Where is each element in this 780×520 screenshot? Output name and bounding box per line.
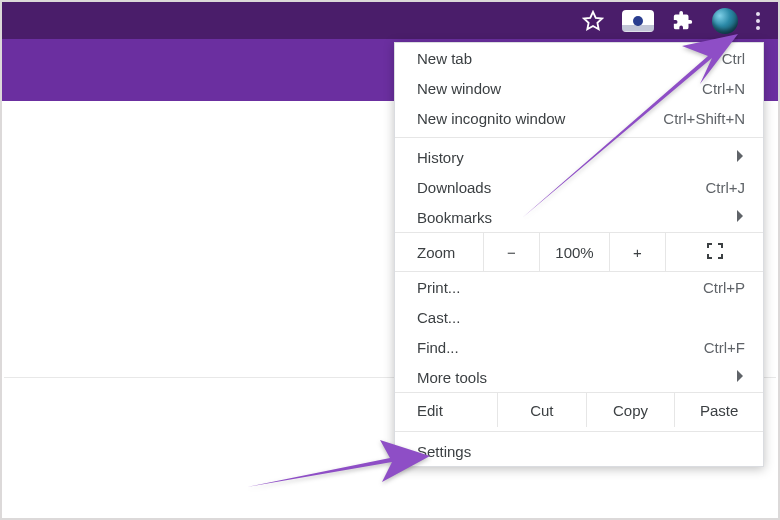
chevron-right-icon: [735, 149, 745, 166]
fullscreen-icon: [706, 242, 724, 263]
menu-item-history[interactable]: History: [395, 142, 763, 172]
menu-item-incognito[interactable]: New incognito window Ctrl+Shift+N: [395, 103, 763, 133]
edit-label: Edit: [395, 402, 497, 419]
more-menu-icon[interactable]: [756, 12, 760, 30]
menu-label: More tools: [417, 369, 487, 386]
menu-label: New window: [417, 80, 501, 97]
camera-extension-icon[interactable]: [622, 10, 654, 32]
menu-label: Print...: [417, 279, 460, 296]
menu-shortcut: Ctrl+P: [703, 279, 745, 296]
profile-avatar[interactable]: [712, 8, 738, 34]
menu-item-downloads[interactable]: Downloads Ctrl+J: [395, 172, 763, 202]
zoom-out-button[interactable]: −: [483, 233, 539, 271]
menu-item-more-tools[interactable]: More tools: [395, 362, 763, 392]
extensions-icon[interactable]: [672, 10, 694, 32]
menu-shortcut: Ctrl+F: [704, 339, 745, 356]
menu-label: Find...: [417, 339, 459, 356]
edit-cut-button[interactable]: Cut: [497, 393, 586, 427]
menu-label: Bookmarks: [417, 209, 492, 226]
menu-label: New tab: [417, 50, 472, 67]
edit-paste-button[interactable]: Paste: [674, 393, 763, 427]
menu-item-new-tab[interactable]: New tab Ctrl: [395, 43, 763, 73]
chevron-right-icon: [735, 209, 745, 226]
edit-copy-button[interactable]: Copy: [586, 393, 675, 427]
menu-item-new-window[interactable]: New window Ctrl+N: [395, 73, 763, 103]
menu-label: History: [417, 149, 464, 166]
menu-item-bookmarks[interactable]: Bookmarks: [395, 202, 763, 232]
fullscreen-button[interactable]: [665, 233, 763, 271]
menu-item-find[interactable]: Find... Ctrl+F: [395, 332, 763, 362]
menu-shortcut: Ctrl+N: [702, 80, 745, 97]
menu-label: New incognito window: [417, 110, 565, 127]
zoom-in-button[interactable]: +: [609, 233, 665, 271]
menu-label: Cast...: [417, 309, 460, 326]
chevron-right-icon: [735, 369, 745, 386]
menu-separator: [395, 431, 763, 432]
menu-item-print[interactable]: Print... Ctrl+P: [395, 272, 763, 302]
zoom-value: 100%: [539, 233, 609, 271]
star-icon[interactable]: [582, 10, 604, 32]
menu-label: Downloads: [417, 179, 491, 196]
menu-item-cast[interactable]: Cast...: [395, 302, 763, 332]
menu-shortcut: Ctrl+J: [705, 179, 745, 196]
menu-item-settings[interactable]: Settings: [395, 436, 763, 466]
menu-item-zoom: Zoom − 100% +: [395, 232, 763, 272]
browser-menu: New tab Ctrl New window Ctrl+N New incog…: [394, 42, 764, 467]
zoom-label: Zoom: [395, 244, 483, 261]
menu-item-edit: Edit Cut Copy Paste: [395, 392, 763, 427]
menu-label: Settings: [417, 443, 471, 460]
browser-toolbar: [2, 2, 778, 39]
menu-shortcut: Ctrl: [722, 50, 745, 67]
menu-separator: [395, 137, 763, 138]
menu-shortcut: Ctrl+Shift+N: [663, 110, 745, 127]
